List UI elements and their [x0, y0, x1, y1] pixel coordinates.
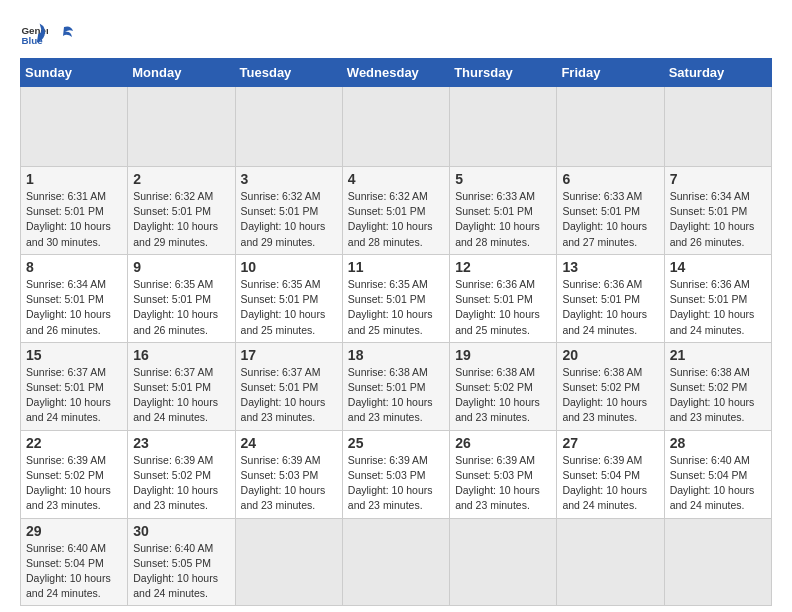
- calendar-cell: [664, 518, 771, 606]
- calendar-cell: 1Sunrise: 6:31 AM Sunset: 5:01 PM Daylig…: [21, 167, 128, 255]
- calendar-cell: 28Sunrise: 6:40 AM Sunset: 5:04 PM Dayli…: [664, 430, 771, 518]
- calendar-cell: [235, 518, 342, 606]
- day-number: 13: [562, 259, 658, 275]
- day-number: 21: [670, 347, 766, 363]
- day-number: 12: [455, 259, 551, 275]
- calendar-cell: [342, 87, 449, 167]
- day-number: 14: [670, 259, 766, 275]
- calendar-cell: [664, 87, 771, 167]
- day-info: Sunrise: 6:39 AM Sunset: 5:03 PM Dayligh…: [241, 453, 337, 514]
- calendar-cell: [557, 87, 664, 167]
- day-info: Sunrise: 6:32 AM Sunset: 5:01 PM Dayligh…: [348, 189, 444, 250]
- day-number: 3: [241, 171, 337, 187]
- day-number: 25: [348, 435, 444, 451]
- day-info: Sunrise: 6:37 AM Sunset: 5:01 PM Dayligh…: [26, 365, 122, 426]
- calendar-cell: 23Sunrise: 6:39 AM Sunset: 5:02 PM Dayli…: [128, 430, 235, 518]
- day-number: 18: [348, 347, 444, 363]
- day-number: 7: [670, 171, 766, 187]
- calendar-cell: 14Sunrise: 6:36 AM Sunset: 5:01 PM Dayli…: [664, 254, 771, 342]
- logo-bird-icon: [53, 23, 75, 45]
- day-number: 11: [348, 259, 444, 275]
- day-info: Sunrise: 6:36 AM Sunset: 5:01 PM Dayligh…: [562, 277, 658, 338]
- day-info: Sunrise: 6:38 AM Sunset: 5:02 PM Dayligh…: [455, 365, 551, 426]
- calendar-cell: 27Sunrise: 6:39 AM Sunset: 5:04 PM Dayli…: [557, 430, 664, 518]
- calendar-header-tuesday: Tuesday: [235, 59, 342, 87]
- day-info: Sunrise: 6:39 AM Sunset: 5:02 PM Dayligh…: [133, 453, 229, 514]
- calendar-cell: 10Sunrise: 6:35 AM Sunset: 5:01 PM Dayli…: [235, 254, 342, 342]
- calendar-cell: 6Sunrise: 6:33 AM Sunset: 5:01 PM Daylig…: [557, 167, 664, 255]
- day-info: Sunrise: 6:39 AM Sunset: 5:04 PM Dayligh…: [562, 453, 658, 514]
- day-info: Sunrise: 6:31 AM Sunset: 5:01 PM Dayligh…: [26, 189, 122, 250]
- calendar-cell: 12Sunrise: 6:36 AM Sunset: 5:01 PM Dayli…: [450, 254, 557, 342]
- calendar-cell: 29Sunrise: 6:40 AM Sunset: 5:04 PM Dayli…: [21, 518, 128, 606]
- day-number: 19: [455, 347, 551, 363]
- calendar-cell: [128, 87, 235, 167]
- day-info: Sunrise: 6:40 AM Sunset: 5:04 PM Dayligh…: [670, 453, 766, 514]
- day-info: Sunrise: 6:39 AM Sunset: 5:02 PM Dayligh…: [26, 453, 122, 514]
- day-number: 27: [562, 435, 658, 451]
- logo-icon: General Blue: [20, 20, 48, 48]
- day-number: 6: [562, 171, 658, 187]
- calendar-header-wednesday: Wednesday: [342, 59, 449, 87]
- day-info: Sunrise: 6:33 AM Sunset: 5:01 PM Dayligh…: [455, 189, 551, 250]
- calendar-cell: 2Sunrise: 6:32 AM Sunset: 5:01 PM Daylig…: [128, 167, 235, 255]
- calendar-cell: [450, 518, 557, 606]
- calendar-cell: [342, 518, 449, 606]
- day-info: Sunrise: 6:37 AM Sunset: 5:01 PM Dayligh…: [133, 365, 229, 426]
- day-number: 17: [241, 347, 337, 363]
- calendar-cell: 7Sunrise: 6:34 AM Sunset: 5:01 PM Daylig…: [664, 167, 771, 255]
- day-number: 28: [670, 435, 766, 451]
- day-info: Sunrise: 6:40 AM Sunset: 5:04 PM Dayligh…: [26, 541, 122, 602]
- day-info: Sunrise: 6:36 AM Sunset: 5:01 PM Dayligh…: [455, 277, 551, 338]
- calendar-week-row: 1Sunrise: 6:31 AM Sunset: 5:01 PM Daylig…: [21, 167, 772, 255]
- calendar-cell: 26Sunrise: 6:39 AM Sunset: 5:03 PM Dayli…: [450, 430, 557, 518]
- day-number: 10: [241, 259, 337, 275]
- calendar-header-monday: Monday: [128, 59, 235, 87]
- calendar-cell: 19Sunrise: 6:38 AM Sunset: 5:02 PM Dayli…: [450, 342, 557, 430]
- calendar-cell: [235, 87, 342, 167]
- calendar-week-row: 8Sunrise: 6:34 AM Sunset: 5:01 PM Daylig…: [21, 254, 772, 342]
- day-number: 5: [455, 171, 551, 187]
- calendar-cell: 24Sunrise: 6:39 AM Sunset: 5:03 PM Dayli…: [235, 430, 342, 518]
- calendar-header-thursday: Thursday: [450, 59, 557, 87]
- calendar-cell: [21, 87, 128, 167]
- page-header: General Blue: [20, 20, 772, 48]
- calendar-cell: 3Sunrise: 6:32 AM Sunset: 5:01 PM Daylig…: [235, 167, 342, 255]
- logo: General Blue: [20, 20, 76, 48]
- calendar-cell: 4Sunrise: 6:32 AM Sunset: 5:01 PM Daylig…: [342, 167, 449, 255]
- calendar-cell: 25Sunrise: 6:39 AM Sunset: 5:03 PM Dayli…: [342, 430, 449, 518]
- day-info: Sunrise: 6:32 AM Sunset: 5:01 PM Dayligh…: [241, 189, 337, 250]
- day-number: 1: [26, 171, 122, 187]
- day-number: 15: [26, 347, 122, 363]
- day-number: 4: [348, 171, 444, 187]
- calendar-cell: 11Sunrise: 6:35 AM Sunset: 5:01 PM Dayli…: [342, 254, 449, 342]
- calendar-cell: 15Sunrise: 6:37 AM Sunset: 5:01 PM Dayli…: [21, 342, 128, 430]
- calendar-header-friday: Friday: [557, 59, 664, 87]
- day-info: Sunrise: 6:37 AM Sunset: 5:01 PM Dayligh…: [241, 365, 337, 426]
- calendar-cell: [450, 87, 557, 167]
- day-number: 20: [562, 347, 658, 363]
- calendar-table: SundayMondayTuesdayWednesdayThursdayFrid…: [20, 58, 772, 606]
- day-number: 16: [133, 347, 229, 363]
- calendar-week-row: 22Sunrise: 6:39 AM Sunset: 5:02 PM Dayli…: [21, 430, 772, 518]
- day-info: Sunrise: 6:38 AM Sunset: 5:01 PM Dayligh…: [348, 365, 444, 426]
- calendar-cell: [557, 518, 664, 606]
- day-number: 2: [133, 171, 229, 187]
- day-info: Sunrise: 6:33 AM Sunset: 5:01 PM Dayligh…: [562, 189, 658, 250]
- calendar-week-row: [21, 87, 772, 167]
- day-number: 29: [26, 523, 122, 539]
- calendar-cell: 22Sunrise: 6:39 AM Sunset: 5:02 PM Dayli…: [21, 430, 128, 518]
- day-info: Sunrise: 6:40 AM Sunset: 5:05 PM Dayligh…: [133, 541, 229, 602]
- day-info: Sunrise: 6:39 AM Sunset: 5:03 PM Dayligh…: [348, 453, 444, 514]
- day-number: 9: [133, 259, 229, 275]
- calendar-cell: 18Sunrise: 6:38 AM Sunset: 5:01 PM Dayli…: [342, 342, 449, 430]
- day-number: 26: [455, 435, 551, 451]
- day-info: Sunrise: 6:34 AM Sunset: 5:01 PM Dayligh…: [670, 189, 766, 250]
- calendar-header-row: SundayMondayTuesdayWednesdayThursdayFrid…: [21, 59, 772, 87]
- day-number: 23: [133, 435, 229, 451]
- calendar-cell: 30Sunrise: 6:40 AM Sunset: 5:05 PM Dayli…: [128, 518, 235, 606]
- day-number: 8: [26, 259, 122, 275]
- day-info: Sunrise: 6:35 AM Sunset: 5:01 PM Dayligh…: [133, 277, 229, 338]
- day-info: Sunrise: 6:34 AM Sunset: 5:01 PM Dayligh…: [26, 277, 122, 338]
- day-info: Sunrise: 6:32 AM Sunset: 5:01 PM Dayligh…: [133, 189, 229, 250]
